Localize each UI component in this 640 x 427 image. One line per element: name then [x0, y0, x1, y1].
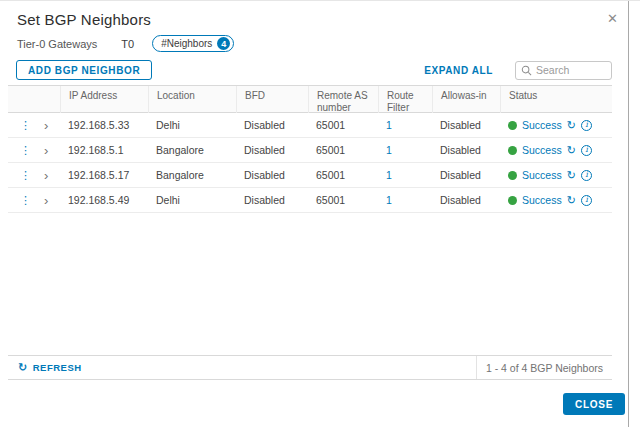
status-link[interactable]: Success — [522, 144, 562, 156]
search-box[interactable] — [515, 61, 612, 80]
row-expand-chevron-icon[interactable]: › — [44, 144, 48, 157]
status-info-icon[interactable]: i — [581, 145, 592, 156]
row-expand-chevron-icon[interactable]: › — [44, 194, 48, 207]
cell-route-filter-link[interactable]: 1 — [378, 144, 432, 156]
row-menu-icon[interactable]: ⋮ — [20, 145, 31, 156]
cell-ip-address: 192.168.5.1 — [60, 144, 148, 156]
table-body: ⋮ › 192.168.5.33 Delhi Disabled 65001 1 … — [8, 113, 612, 213]
status-link[interactable]: Success — [522, 194, 562, 206]
cell-allowas-in: Disabled — [432, 144, 500, 156]
status-refresh-icon[interactable]: ↻ — [567, 170, 576, 181]
row-expand-chevron-icon[interactable]: › — [44, 119, 48, 132]
gateways-label: Tier-0 Gateways — [17, 38, 97, 50]
table-row: ⋮ › 192.168.5.33 Delhi Disabled 65001 1 … — [8, 113, 612, 138]
cell-remote-as: 65001 — [308, 169, 378, 181]
cell-route-filter-link[interactable]: 1 — [378, 169, 432, 181]
column-header-remote-as: Remote AS number — [308, 86, 378, 113]
actions-column-header — [8, 86, 60, 113]
table-header-row: IP Address Location BFD Remote AS number… — [8, 85, 612, 113]
success-dot-icon — [508, 196, 517, 205]
cell-ip-address: 192.168.5.33 — [60, 119, 148, 131]
neighbors-badge-label: #Neighbors — [161, 38, 212, 49]
success-dot-icon — [508, 146, 517, 155]
cell-allowas-in: Disabled — [432, 169, 500, 181]
bgp-neighbors-dialog: Set BGP Neighbors ✕ Tier-0 Gateways T0 #… — [0, 0, 640, 427]
search-icon — [521, 65, 532, 76]
success-dot-icon — [508, 171, 517, 180]
cell-bfd: Disabled — [236, 194, 308, 206]
row-actions: ⋮ › — [8, 119, 60, 132]
bgp-neighbors-table: IP Address Location BFD Remote AS number… — [8, 85, 612, 380]
add-bgp-neighbor-button[interactable]: ADD BGP NEIGHBOR — [16, 60, 152, 80]
refresh-action[interactable]: ↻ REFRESH — [8, 356, 82, 379]
column-header-ip: IP Address — [60, 86, 148, 113]
table-row: ⋮ › 192.168.5.17 Bangalore Disabled 6500… — [8, 163, 612, 188]
success-dot-icon — [508, 121, 517, 130]
dialog-subheader: Tier-0 Gateways T0 #Neighbors 4 — [17, 35, 234, 52]
toolbar: ADD BGP NEIGHBOR EXPAND ALL — [16, 60, 612, 80]
column-header-allowas-in: Allowas-in — [432, 86, 500, 113]
status-link[interactable]: Success — [522, 169, 562, 181]
row-actions: ⋮ › — [8, 194, 60, 207]
row-menu-icon[interactable]: ⋮ — [20, 120, 31, 131]
cell-location: Bangalore — [148, 144, 236, 156]
table-empty-area — [8, 213, 612, 355]
row-menu-icon[interactable]: ⋮ — [20, 195, 31, 206]
refresh-label: REFRESH — [33, 362, 82, 373]
dialog-title: Set BGP Neighbors — [17, 11, 151, 28]
cell-remote-as: 65001 — [308, 194, 378, 206]
row-actions: ⋮ › — [8, 144, 60, 157]
cell-bfd: Disabled — [236, 144, 308, 156]
cell-allowas-in: Disabled — [432, 194, 500, 206]
cell-location: Delhi — [148, 194, 236, 206]
status-info-icon[interactable]: i — [581, 120, 592, 131]
pagination-summary: 1 - 4 of 4 BGP Neighbors — [476, 356, 612, 379]
column-header-status: Status — [500, 86, 612, 113]
row-menu-icon[interactable]: ⋮ — [20, 170, 31, 181]
neighbors-badge[interactable]: #Neighbors 4 — [152, 35, 234, 52]
cell-status: Success ↻ i — [500, 169, 612, 181]
search-input[interactable] — [536, 64, 606, 76]
column-header-bfd: BFD — [236, 86, 308, 113]
cell-allowas-in: Disabled — [432, 119, 500, 131]
cell-ip-address: 192.168.5.49 — [60, 194, 148, 206]
column-header-location: Location — [148, 86, 236, 113]
cell-bfd: Disabled — [236, 119, 308, 131]
status-link[interactable]: Success — [522, 119, 562, 131]
status-info-icon[interactable]: i — [581, 195, 592, 206]
row-expand-chevron-icon[interactable]: › — [44, 169, 48, 182]
cell-status: Success ↻ i — [500, 144, 612, 156]
gateway-name: T0 — [121, 38, 134, 50]
expand-all-link[interactable]: EXPAND ALL — [424, 65, 493, 76]
status-refresh-icon[interactable]: ↻ — [567, 145, 576, 156]
refresh-icon: ↻ — [18, 362, 28, 373]
row-actions: ⋮ › — [8, 169, 60, 182]
status-refresh-icon[interactable]: ↻ — [567, 195, 576, 206]
neighbors-count-badge: 4 — [217, 37, 230, 50]
table-row: ⋮ › 192.168.5.1 Bangalore Disabled 65001… — [8, 138, 612, 163]
cell-location: Delhi — [148, 119, 236, 131]
table-footer: ↻ REFRESH 1 - 4 of 4 BGP Neighbors — [8, 355, 612, 379]
cell-route-filter-link[interactable]: 1 — [378, 194, 432, 206]
status-info-icon[interactable]: i — [581, 170, 592, 181]
column-header-route-filter: Route Filter — [378, 86, 432, 113]
cell-status: Success ↻ i — [500, 194, 612, 206]
status-refresh-icon[interactable]: ↻ — [567, 120, 576, 131]
close-button[interactable]: CLOSE — [563, 393, 625, 415]
cell-bfd: Disabled — [236, 169, 308, 181]
table-row: ⋮ › 192.168.5.49 Delhi Disabled 65001 1 … — [8, 188, 612, 213]
cell-remote-as: 65001 — [308, 119, 378, 131]
close-icon[interactable]: ✕ — [607, 12, 618, 25]
cell-route-filter-link[interactable]: 1 — [378, 119, 432, 131]
window-edge — [628, 1, 629, 427]
cell-location: Bangalore — [148, 169, 236, 181]
cell-remote-as: 65001 — [308, 144, 378, 156]
cell-status: Success ↻ i — [500, 119, 612, 131]
cell-ip-address: 192.168.5.17 — [60, 169, 148, 181]
